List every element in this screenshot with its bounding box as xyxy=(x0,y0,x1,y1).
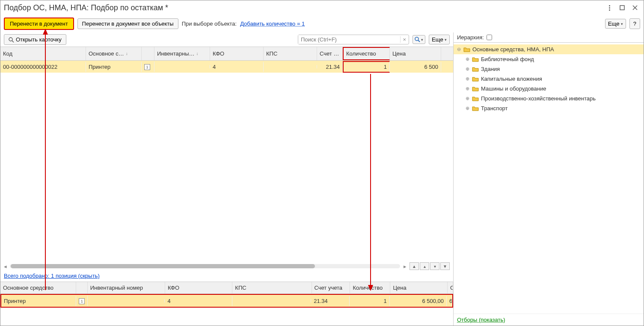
grid-nav-buttons: ▲ ▴ ▾ ▼ xyxy=(410,262,451,270)
nav-down-icon[interactable]: ▾ xyxy=(430,262,439,270)
open-card-button[interactable]: Открыть карточку xyxy=(4,34,66,45)
svg-rect-0 xyxy=(620,6,624,10)
col-price[interactable]: Цена xyxy=(390,47,441,60)
card-icon: 1 xyxy=(144,64,150,70)
more-menu-button[interactable]: Еще ▾ xyxy=(605,19,626,29)
col-asset[interactable]: Основное с…↓ xyxy=(86,47,142,60)
bottom-grid: Основное средство Инвентарный номер КФО … xyxy=(0,282,453,326)
tree-item[interactable]: ⊕ Здания xyxy=(454,64,644,74)
col-kps[interactable]: КПС xyxy=(264,47,317,60)
transfer-all-button[interactable]: Перенести в документ все объекты xyxy=(77,18,178,29)
sort-down-icon: ↓ xyxy=(126,51,128,56)
col-code[interactable]: Код xyxy=(0,47,86,60)
bcol-inv[interactable]: Инвентарный номер xyxy=(88,282,165,294)
col-kfo[interactable]: КФО xyxy=(210,47,264,60)
col-account[interactable]: Счет … xyxy=(317,47,343,60)
expand-icon[interactable]: ⊕ xyxy=(465,56,470,62)
chevron-down-icon: ▾ xyxy=(421,38,423,42)
on-select-label: При выборе объекта: xyxy=(182,21,237,27)
tree-item[interactable]: ⊕ Производственно-хозяйственный инвентар… xyxy=(454,94,644,103)
bcol-asset[interactable]: Основное средство xyxy=(0,282,76,294)
tree-root[interactable]: ⊖ Основные средства, НМА, НПА xyxy=(454,44,644,54)
add-quantity-link[interactable]: Добавить количество = 1 xyxy=(240,21,305,27)
expand-icon[interactable]: ⊕ xyxy=(465,66,470,72)
col-qty[interactable]: Количество xyxy=(343,47,390,60)
svg-line-6 xyxy=(418,40,420,42)
scroll-track[interactable] xyxy=(10,264,400,268)
search-field[interactable] xyxy=(298,35,400,44)
body: Открыть карточку × ▾ Еще ▾ Код xyxy=(0,32,644,326)
bcol-kps[interactable]: КПС xyxy=(232,282,312,294)
svg-line-4 xyxy=(12,41,14,42)
tree-item[interactable]: ⊕ Транспорт xyxy=(454,103,644,113)
cell-card-icon[interactable]: 1 xyxy=(142,62,154,72)
transfer-to-document-button[interactable]: Перенести в документ xyxy=(4,18,74,30)
search-menu-button[interactable]: ▾ xyxy=(413,35,425,44)
filters-link[interactable]: Отборы (показать) xyxy=(457,317,505,323)
toolbar-secondary: Открыть карточку × ▾ Еще ▾ xyxy=(0,32,453,47)
cell-price: 6 500 xyxy=(390,62,441,72)
tree-item[interactable]: ⊕ Капитальные вложения xyxy=(454,74,644,84)
bottom-grid-empty xyxy=(0,308,453,326)
tree-item[interactable]: ⊕ Библиотечный фонд xyxy=(454,54,644,64)
tree-item-label: Библиотечный фонд xyxy=(481,56,534,62)
bcol-card[interactable] xyxy=(76,282,87,294)
expand-icon[interactable]: ⊕ xyxy=(465,96,470,101)
svg-point-3 xyxy=(9,38,12,41)
cell-inv xyxy=(154,65,210,68)
tree-item-label: Производственно-хозяйственный инвентарь xyxy=(481,95,596,102)
bcell-card-icon[interactable]: 1 xyxy=(76,296,87,306)
nav-last-icon[interactable]: ▼ xyxy=(440,262,450,270)
hierarchy-tree[interactable]: ⊖ Основные средства, НМА, НПА ⊕ Библиоте… xyxy=(454,42,644,314)
window-maximize-icon[interactable] xyxy=(617,3,627,13)
help-button[interactable]: ? xyxy=(629,18,640,29)
bcol-qty[interactable]: Количество xyxy=(350,282,390,294)
bcell-account: 21.34 xyxy=(311,296,350,306)
magnifier-icon xyxy=(9,36,14,43)
summary-link[interactable]: Всего подобрано: 1 позиция (скрыть) xyxy=(4,273,100,279)
bcell-qty: 1 xyxy=(350,296,390,306)
bcol-account[interactable]: Счет учета xyxy=(312,282,350,294)
top-grid-hscroll: ◂ ▸ ▲ ▴ ▾ ▼ xyxy=(0,262,453,270)
folder-icon xyxy=(472,66,479,72)
bcell-asset: Принтер xyxy=(1,296,76,306)
folder-icon xyxy=(472,56,479,62)
col-inv[interactable]: Инвентарны…↓ xyxy=(154,47,210,60)
nav-first-icon[interactable]: ▲ xyxy=(410,262,419,270)
bcell-inv xyxy=(88,299,165,303)
scroll-right-icon[interactable]: ▸ xyxy=(402,263,408,270)
scroll-left-icon[interactable]: ◂ xyxy=(2,263,8,270)
tree-item-label: Транспорт xyxy=(481,105,508,112)
cell-qty[interactable]: 1 xyxy=(343,61,390,73)
tree-item-label: Здания xyxy=(481,66,500,72)
bcell-price: 6 500,00 xyxy=(390,296,447,306)
bcol-sum[interactable]: Сумма xyxy=(448,282,453,294)
tree-item[interactable]: ⊕ Машины и оборудование xyxy=(454,84,644,94)
bcol-price[interactable]: Цена xyxy=(390,282,448,294)
expand-icon[interactable]: ⊕ xyxy=(465,76,470,82)
top-grid-body[interactable]: 00-000000000000022 Принтер 1 4 21.34 1 6… xyxy=(0,61,453,262)
toolbar-main: Перенести в документ Перенести в докумен… xyxy=(0,15,644,32)
menu-kebab-icon[interactable] xyxy=(604,3,614,13)
hierarchy-checkbox[interactable] xyxy=(487,35,492,40)
expand-icon[interactable]: ⊕ xyxy=(465,106,470,111)
collapse-icon[interactable]: ⊖ xyxy=(456,47,461,52)
col-card[interactable] xyxy=(142,47,154,60)
folder-icon xyxy=(472,86,479,92)
top-grid-row[interactable]: 00-000000000000022 Принтер 1 4 21.34 1 6… xyxy=(0,61,453,73)
titlebar: Подбор ОС, НМА, НПА: Подбор по остаткам … xyxy=(0,0,644,15)
bottom-grid-row[interactable]: Принтер 1 4 21.34 1 6 500,00 6 500,00 xyxy=(1,295,452,307)
window-close-icon[interactable] xyxy=(630,3,640,13)
left-pane: Открыть карточку × ▾ Еще ▾ Код xyxy=(0,32,453,326)
nav-up-icon[interactable]: ▴ xyxy=(420,262,429,270)
expand-icon[interactable]: ⊕ xyxy=(465,86,470,91)
search-input[interactable]: × xyxy=(298,35,409,44)
bcell-sum: 6 500,00 xyxy=(447,296,452,306)
open-card-label: Открыть карточку xyxy=(16,36,62,43)
scroll-thumb[interactable] xyxy=(11,264,315,268)
cell-kfo: 4 xyxy=(210,62,264,72)
more-menu-button-2[interactable]: Еще ▾ xyxy=(429,35,450,44)
bcol-kfo[interactable]: КФО xyxy=(165,282,232,294)
cell-code: 00-000000000000022 xyxy=(0,62,86,72)
clear-search-icon[interactable]: × xyxy=(400,36,409,43)
